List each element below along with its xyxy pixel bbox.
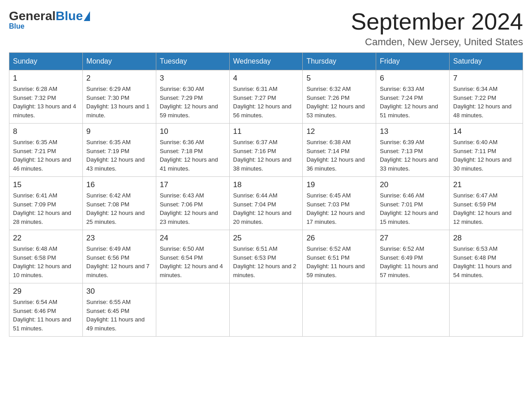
day-number: 19 xyxy=(306,180,372,189)
day-number: 12 xyxy=(306,127,372,136)
day-number: 21 xyxy=(453,180,519,189)
calendar-day-header: Tuesday xyxy=(156,53,229,70)
calendar-week-row: 22 Sunrise: 6:48 AM Sunset: 6:58 PM Dayl… xyxy=(9,230,523,283)
day-number: 2 xyxy=(86,74,152,83)
day-number: 20 xyxy=(380,180,446,189)
calendar-day-cell: 26 Sunrise: 6:52 AM Sunset: 6:51 PM Dayl… xyxy=(303,230,376,283)
day-info: Sunrise: 6:34 AM Sunset: 7:22 PM Dayligh… xyxy=(453,85,519,120)
calendar-day-cell: 15 Sunrise: 6:41 AM Sunset: 7:09 PM Dayl… xyxy=(9,177,83,230)
calendar-day-cell: 29 Sunrise: 6:54 AM Sunset: 6:46 PM Dayl… xyxy=(9,283,83,337)
day-number: 14 xyxy=(453,127,519,136)
day-info: Sunrise: 6:32 AM Sunset: 7:26 PM Dayligh… xyxy=(306,85,372,120)
day-info: Sunrise: 6:45 AM Sunset: 7:03 PM Dayligh… xyxy=(306,191,372,226)
calendar-day-cell: 4 Sunrise: 6:31 AM Sunset: 7:27 PM Dayli… xyxy=(229,70,303,124)
day-info: Sunrise: 6:42 AM Sunset: 7:08 PM Dayligh… xyxy=(86,191,152,226)
day-info: Sunrise: 6:55 AM Sunset: 6:45 PM Dayligh… xyxy=(86,298,152,333)
logo: General Blue Blue xyxy=(9,9,90,30)
day-number: 5 xyxy=(306,74,372,83)
day-info: Sunrise: 6:37 AM Sunset: 7:16 PM Dayligh… xyxy=(233,138,299,173)
calendar-day-header: Friday xyxy=(376,53,450,70)
calendar-day-cell: 22 Sunrise: 6:48 AM Sunset: 6:58 PM Dayl… xyxy=(9,230,83,283)
calendar-day-cell xyxy=(229,283,303,337)
calendar-day-cell: 19 Sunrise: 6:45 AM Sunset: 7:03 PM Dayl… xyxy=(303,177,376,230)
calendar-day-header: Thursday xyxy=(303,53,376,70)
calendar-day-cell: 12 Sunrise: 6:38 AM Sunset: 7:14 PM Dayl… xyxy=(303,124,376,177)
day-info: Sunrise: 6:53 AM Sunset: 6:48 PM Dayligh… xyxy=(453,244,519,279)
calendar-day-cell xyxy=(376,283,450,337)
day-info: Sunrise: 6:48 AM Sunset: 6:58 PM Dayligh… xyxy=(13,244,79,279)
day-info: Sunrise: 6:39 AM Sunset: 7:13 PM Dayligh… xyxy=(380,138,446,173)
day-info: Sunrise: 6:44 AM Sunset: 7:04 PM Dayligh… xyxy=(233,191,299,226)
calendar-day-cell: 23 Sunrise: 6:49 AM Sunset: 6:56 PM Dayl… xyxy=(82,230,156,283)
calendar-day-header: Saturday xyxy=(450,53,523,70)
calendar-day-cell: 21 Sunrise: 6:47 AM Sunset: 6:59 PM Dayl… xyxy=(450,177,523,230)
day-number: 4 xyxy=(233,74,299,83)
calendar-day-cell: 14 Sunrise: 6:40 AM Sunset: 7:11 PM Dayl… xyxy=(450,124,523,177)
day-info: Sunrise: 6:33 AM Sunset: 7:24 PM Dayligh… xyxy=(380,85,446,120)
day-info: Sunrise: 6:29 AM Sunset: 7:30 PM Dayligh… xyxy=(86,85,152,120)
day-number: 3 xyxy=(160,74,226,83)
logo-blue-part: Blue xyxy=(56,9,90,23)
calendar-day-cell xyxy=(303,283,376,337)
calendar-header: SundayMondayTuesdayWednesdayThursdayFrid… xyxy=(9,53,523,70)
day-number: 29 xyxy=(13,287,79,296)
day-number: 15 xyxy=(13,180,79,189)
page-header: General Blue Blue September 2024 Camden,… xyxy=(9,9,523,48)
day-info: Sunrise: 6:35 AM Sunset: 7:21 PM Dayligh… xyxy=(13,138,79,173)
calendar-day-cell: 27 Sunrise: 6:52 AM Sunset: 6:49 PM Dayl… xyxy=(376,230,450,283)
calendar-day-cell: 20 Sunrise: 6:46 AM Sunset: 7:01 PM Dayl… xyxy=(376,177,450,230)
day-number: 9 xyxy=(86,127,152,136)
day-number: 8 xyxy=(13,127,79,136)
calendar-header-row: SundayMondayTuesdayWednesdayThursdayFrid… xyxy=(9,53,523,70)
day-number: 1 xyxy=(13,74,79,83)
day-info: Sunrise: 6:43 AM Sunset: 7:06 PM Dayligh… xyxy=(160,191,226,226)
calendar-day-header: Monday xyxy=(82,53,156,70)
day-number: 23 xyxy=(86,234,152,243)
day-number: 25 xyxy=(233,234,299,243)
day-info: Sunrise: 6:50 AM Sunset: 6:54 PM Dayligh… xyxy=(160,244,226,279)
day-number: 16 xyxy=(86,180,152,189)
day-number: 22 xyxy=(13,234,79,243)
calendar-day-cell: 18 Sunrise: 6:44 AM Sunset: 7:04 PM Dayl… xyxy=(229,177,303,230)
page-title: September 2024 xyxy=(351,9,523,34)
day-number: 10 xyxy=(160,127,226,136)
day-number: 30 xyxy=(86,287,152,296)
calendar-week-row: 29 Sunrise: 6:54 AM Sunset: 6:46 PM Dayl… xyxy=(9,283,523,337)
calendar-day-cell: 3 Sunrise: 6:30 AM Sunset: 7:29 PM Dayli… xyxy=(156,70,229,124)
calendar-day-cell: 16 Sunrise: 6:42 AM Sunset: 7:08 PM Dayl… xyxy=(82,177,156,230)
calendar-day-cell: 6 Sunrise: 6:33 AM Sunset: 7:24 PM Dayli… xyxy=(376,70,450,124)
day-info: Sunrise: 6:54 AM Sunset: 6:46 PM Dayligh… xyxy=(13,298,79,333)
day-number: 26 xyxy=(306,234,372,243)
day-info: Sunrise: 6:41 AM Sunset: 7:09 PM Dayligh… xyxy=(13,191,79,226)
calendar-day-header: Sunday xyxy=(9,53,83,70)
logo-triangle-icon xyxy=(84,11,90,21)
calendar-day-cell: 9 Sunrise: 6:35 AM Sunset: 7:19 PM Dayli… xyxy=(82,124,156,177)
page-subtitle: Camden, New Jersey, United States xyxy=(351,36,523,48)
day-number: 11 xyxy=(233,127,299,136)
calendar-day-cell: 25 Sunrise: 6:51 AM Sunset: 6:53 PM Dayl… xyxy=(229,230,303,283)
logo-general: General xyxy=(9,9,56,23)
day-info: Sunrise: 6:46 AM Sunset: 7:01 PM Dayligh… xyxy=(380,191,446,226)
calendar-day-cell: 11 Sunrise: 6:37 AM Sunset: 7:16 PM Dayl… xyxy=(229,124,303,177)
day-info: Sunrise: 6:52 AM Sunset: 6:51 PM Dayligh… xyxy=(306,244,372,279)
calendar-day-cell: 13 Sunrise: 6:39 AM Sunset: 7:13 PM Dayl… xyxy=(376,124,450,177)
day-number: 17 xyxy=(160,180,226,189)
day-info: Sunrise: 6:28 AM Sunset: 7:32 PM Dayligh… xyxy=(13,85,79,120)
day-info: Sunrise: 6:52 AM Sunset: 6:49 PM Dayligh… xyxy=(380,244,446,279)
day-info: Sunrise: 6:51 AM Sunset: 6:53 PM Dayligh… xyxy=(233,244,299,279)
calendar-day-cell: 24 Sunrise: 6:50 AM Sunset: 6:54 PM Dayl… xyxy=(156,230,229,283)
day-number: 18 xyxy=(233,180,299,189)
calendar-day-header: Wednesday xyxy=(229,53,303,70)
calendar-day-cell: 8 Sunrise: 6:35 AM Sunset: 7:21 PM Dayli… xyxy=(9,124,83,177)
logo-blue-word: Blue xyxy=(56,9,83,23)
calendar-day-cell: 2 Sunrise: 6:29 AM Sunset: 7:30 PM Dayli… xyxy=(82,70,156,124)
day-number: 27 xyxy=(380,234,446,243)
day-info: Sunrise: 6:49 AM Sunset: 6:56 PM Dayligh… xyxy=(86,244,152,279)
day-number: 24 xyxy=(160,234,226,243)
calendar-week-row: 1 Sunrise: 6:28 AM Sunset: 7:32 PM Dayli… xyxy=(9,70,523,124)
day-number: 28 xyxy=(453,234,519,243)
day-info: Sunrise: 6:35 AM Sunset: 7:19 PM Dayligh… xyxy=(86,138,152,173)
logo-subtitle: Blue xyxy=(9,22,25,30)
calendar-day-cell: 17 Sunrise: 6:43 AM Sunset: 7:06 PM Dayl… xyxy=(156,177,229,230)
calendar-day-cell xyxy=(156,283,229,337)
